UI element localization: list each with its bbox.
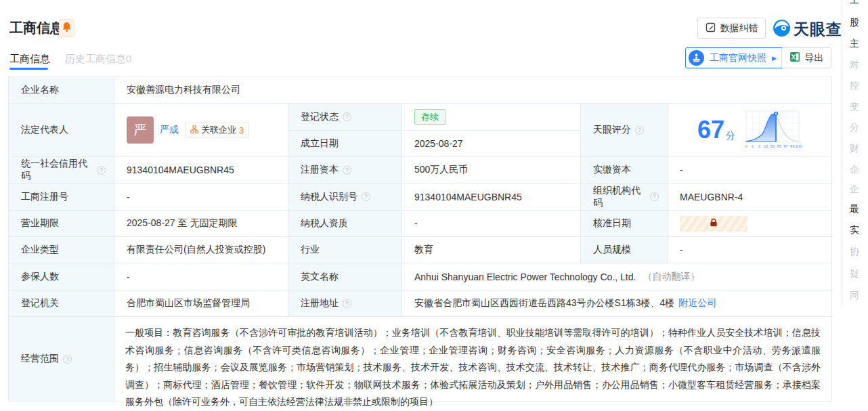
establish-date-label: 成立日期 [288, 131, 402, 157]
business-term-label: 营业期限 [9, 211, 114, 237]
correction-icon [706, 22, 716, 35]
sidebar-item[interactable]: 主 [850, 38, 868, 50]
sidebar-item[interactable]: 工 [850, 0, 868, 7]
company-type-value: 有限责任公司(自然人投资或控股) [114, 237, 288, 263]
taxpayer-quality-label: 纳税人资质 [288, 211, 402, 237]
taxpayer-id-label: 纳税人识别号 [288, 183, 402, 211]
official-snapshot-button[interactable]: 工商官网快照 ▶ [685, 47, 784, 68]
locked-value[interactable] [680, 216, 747, 232]
score-unit: 分 [726, 130, 735, 142]
approval-date-label: 核准日期 [581, 211, 668, 237]
reg-status-value: 存续 [402, 104, 581, 131]
org-code-value: MAEUGBNR-4 [668, 183, 832, 211]
help-icon[interactable] [635, 126, 644, 135]
sidebar-item[interactable]: 协 [850, 246, 868, 258]
help-icon[interactable] [97, 166, 106, 175]
reg-capital-value: 500万人民币 [402, 157, 581, 183]
sidebar-item[interactable]: 变 [850, 101, 868, 113]
svg-text:97: 97 [783, 144, 788, 148]
tianyancha-logo[interactable]: 天眼查 [773, 19, 842, 40]
tab-business-info[interactable]: 工商信息 [9, 53, 50, 66]
active-tab-underline [9, 68, 48, 70]
staff-size-value: - [668, 237, 832, 263]
insured-label: 参保人数 [9, 263, 114, 290]
score-value: 67 分 [668, 104, 832, 157]
help-icon[interactable] [343, 166, 351, 175]
tab-history-business-info[interactable]: 历史工商信息0 [65, 53, 131, 66]
reg-number-label: 工商注册号 [9, 183, 114, 211]
tianyancha-logo-icon [773, 19, 791, 40]
data-correction-button[interactable]: 数据纠错 [697, 18, 766, 39]
taxpayer-quality-value: - [402, 211, 581, 237]
business-info-table: 企业名称 安徽善源电力科技有限公司 法定代表人 严 严成 关联企业 3 登记状态… [8, 77, 832, 402]
lock-icon [710, 218, 718, 229]
sidebar-item[interactable]: 最 [850, 203, 868, 215]
sidebar-item[interactable]: 控 [850, 80, 868, 92]
sidebar-item[interactable]: 对 [850, 59, 868, 71]
establish-date-value: 2025-08-27 [402, 131, 581, 157]
legal-rep-value: 严 严成 关联企业 3 [114, 104, 288, 157]
reg-address-value: 安徽省合肥市蜀山区西园街道岳西路43号办公楼S1栋3楼、4楼 附近公司 [402, 290, 832, 317]
company-type-label: 企业类型 [9, 237, 114, 263]
sidebar-item[interactable]: 股 [850, 17, 868, 29]
reg-authority-label: 登记机关 [9, 290, 114, 317]
sidebar-item[interactable]: 同 [850, 290, 868, 302]
paid-capital-label: 实缴资本 [581, 157, 668, 183]
uscc-label: 统一社会信用代码 [9, 157, 114, 183]
help-icon[interactable] [63, 355, 72, 364]
reg-authority-value: 合肥市蜀山区市场监督管理局 [114, 290, 288, 317]
company-name-value: 安徽善源电力科技有限公司 [114, 77, 832, 104]
business-term-value: 2025-08-27 至 无固定期限 [114, 211, 288, 237]
taxpayer-id-value: 91340104MAEUGBNR45 [402, 183, 581, 211]
industry-value: 教育 [402, 237, 581, 263]
sidebar-item[interactable]: 疑 [850, 268, 868, 280]
svg-text:99: 99 [790, 144, 795, 148]
org-chart-icon [190, 125, 198, 135]
help-icon[interactable] [650, 192, 659, 201]
sidebar-item[interactable]: 企 [850, 164, 868, 176]
legal-rep-label: 法定代表人 [9, 104, 114, 157]
sidebar-item[interactable]: 企 [850, 183, 868, 196]
staff-size-label: 人员规模 [581, 237, 668, 263]
reg-address-label: 注册地址 [288, 290, 402, 317]
auto-translate-note: （自动翻译） [643, 271, 699, 283]
svg-text:0: 0 [745, 144, 748, 148]
svg-text:15: 15 [764, 144, 768, 148]
svg-text:50: 50 [771, 144, 775, 148]
score-number: 67 [697, 118, 724, 142]
help-icon[interactable] [362, 192, 370, 201]
bell-icon [62, 22, 71, 35]
related-count: 3 [239, 125, 244, 135]
related-companies-badge[interactable]: 关联企业 3 [185, 123, 249, 137]
legal-rep-avatar: 严 [127, 116, 154, 144]
legal-rep-link[interactable]: 严成 [160, 124, 179, 136]
sidebar-item[interactable]: 财 [850, 143, 868, 155]
svg-text:100: 100 [796, 144, 803, 148]
company-name-label: 企业名称 [9, 77, 114, 104]
help-icon[interactable] [343, 299, 351, 308]
score-distribution-chart: 0 1 3 15 50 85 97 99 100 [744, 109, 804, 152]
business-info-page: 工商信息 数据纠错 天眼查 工商信息 历史工商信息0 工商官网快照 ▶ 导出 [0, 0, 868, 411]
reg-capital-label: 注册资本 [288, 157, 402, 183]
sidebar-divider [842, 0, 842, 306]
page-title: 工商信息 [9, 19, 64, 37]
uscc-value: 91340104MAEUGBNR45 [114, 157, 288, 183]
help-icon[interactable] [343, 112, 351, 121]
nearby-companies-link[interactable]: 附近公司 [678, 297, 716, 309]
export-button[interactable]: 导出 [781, 47, 831, 68]
business-scope-label: 经营范围 [9, 317, 114, 402]
english-name-value: Anhui Shanyuan Electric Power Technology… [402, 263, 832, 290]
logo-text: 天眼查 [794, 19, 842, 40]
org-code-label: 组织机构代码 [581, 183, 668, 211]
svg-text:85: 85 [777, 144, 781, 148]
sidebar-item[interactable]: 实 [850, 224, 868, 236]
industry-label: 行业 [288, 237, 402, 263]
sidebar-item[interactable]: 分 [850, 122, 868, 134]
reg-number-value: - [114, 183, 288, 211]
stamp-icon [689, 50, 704, 66]
svg-text:3: 3 [758, 144, 761, 148]
chevron-right-icon: ▶ [772, 55, 777, 62]
subscribe-bell-button[interactable] [59, 19, 74, 37]
svg-text:1: 1 [752, 144, 754, 148]
approval-date-value [668, 211, 832, 237]
